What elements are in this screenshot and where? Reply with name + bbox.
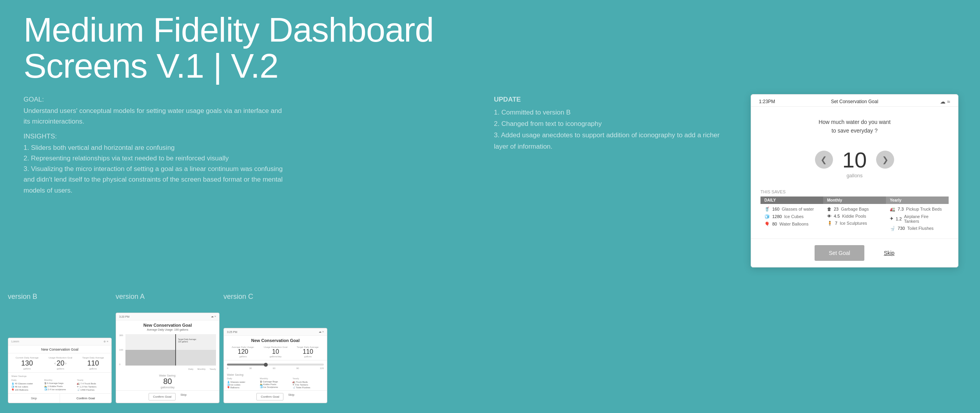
large-screen-section: 1:23PM Set Conservation Goal ☁ ≈ How muc… [751,94,958,267]
ls-daily-header: DAILY [760,196,823,204]
update-3: 3. Added usage anecdotes to support addi… [494,130,721,153]
ls-monthly-col: Monthly 🗑 23 Garbage Bags 👁 4.5 Kiddie P… [823,196,886,232]
vb-target-daily: Target Daily Average 110 gallons [82,357,104,370]
vb-confirm-btn[interactable]: Confirm Goal [60,394,111,403]
left-content: GOAL: Understand users' conceptual model… [24,94,290,196]
insights-label: INSIGHTS: [24,131,290,142]
ls-monthly-header: Monthly [823,196,886,204]
insight-3: 3. Visualizing the micro interaction of … [24,164,290,196]
vb-skip-btn[interactable]: Skip [8,394,60,403]
goal-label: GOAL: [24,94,290,105]
version-c-label: version C [223,293,253,303]
ls-yearly-header: Yearly [886,196,949,204]
vc-title: New Conservation Goal [224,336,327,344]
update-label: UPDATE [494,94,721,106]
ls-title: Set Conservation Goal [807,99,902,104]
ls-question: How much water do you wantto save everyd… [751,107,958,143]
ls-footer: Set Goal Skip [751,238,958,267]
va-title: New Conservation Goal [116,320,219,328]
ls-value: 10 [842,147,867,173]
update-1: 1. Committed to version B [494,107,721,118]
version-a-screen: 3:20 PM ☁ ≈ New Conservation Goal Averag… [116,313,220,403]
version-c-screen: 3:25 PM ☁ ≈ New Conservation Goal Averag… [223,328,327,403]
ls-set-goal-btn[interactable]: Set Goal [815,245,864,261]
vb-title: New Conservation Goal [8,346,111,353]
ls-header-icons: ☁ ≈ [902,98,950,105]
ls-yearly-col: Yearly 🚛 7.3 Pickup Truck Beds ✈ 1.2 Air… [886,196,949,232]
large-screen-mockup: 1:23PM Set Conservation Goal ☁ ≈ How muc… [751,94,958,267]
ls-decrement-btn[interactable]: ❮ [815,151,833,169]
vb-current-daily: Current Daily Average 130 gallons [16,357,39,370]
vc-confirm-btn[interactable]: Confirm Goal [256,393,283,400]
version-b-label: version B [8,293,37,303]
version-b-screen: Lorem ⊕ ≡ New Conservation Goal Current … [8,338,112,403]
right-content: UPDATE 1. Committed to version B 2. Chan… [494,94,721,152]
ls-unit: gallons [751,173,958,186]
update-2: 2. Changed from text to iconography [494,118,721,130]
ls-daily-col: DAILY 🥤 160 Glasses of water 🧊 1280 Ice … [760,196,823,232]
ls-saves-section: THIS SAVES DAILY 🥤 160 Glasses of water … [751,186,958,238]
main-container: Medium Fidelity Dashboard Screens V.1 | … [0,0,980,413]
goal-text: Understand users' conceptual models for … [24,106,290,127]
header-section: Medium Fidelity Dashboard Screens V.1 | … [24,12,434,96]
insight-1: 1. Sliders both vertical and horizontal … [24,142,290,153]
va-confirm-btn[interactable]: Confirm Goal [149,393,176,400]
vc-skip-btn[interactable]: Skip [288,393,294,400]
ls-saves-title: THIS SAVES [760,189,949,194]
version-a-label: version A [116,293,145,303]
insight-2: 2. Representing relationships via text n… [24,153,290,164]
va-skip-btn[interactable]: Skip [180,393,187,400]
ls-skip-btn[interactable]: Skip [884,250,895,256]
page-title: Medium Fidelity Dashboard Screens V.1 | … [24,12,434,84]
ls-stepper: ❮ 10 ❯ [751,143,958,173]
vb-usage-reduction: Usage Reduction Goal ‹ 20 › gallons [49,357,72,370]
ls-time: 1:23PM [759,99,807,104]
ls-increment-btn[interactable]: ❯ [876,151,894,169]
